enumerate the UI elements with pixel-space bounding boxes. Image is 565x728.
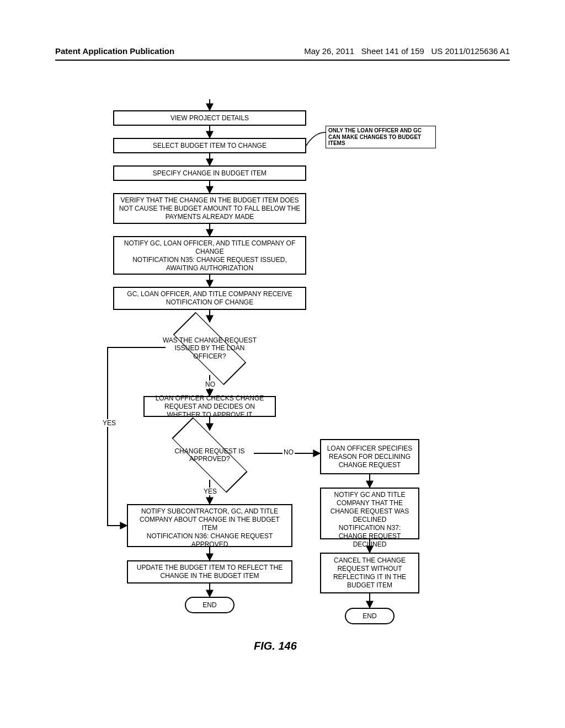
label-yes-d2: YES xyxy=(202,488,218,495)
header-sheet: Sheet 141 of 159 xyxy=(361,46,424,56)
box-notify-declined-n37: NOTIFY GC AND TITLE COMPANY THAT THE CHA… xyxy=(320,488,419,539)
label-yes-d1: YES xyxy=(102,419,117,427)
header-left: Patent Application Publication xyxy=(55,46,174,56)
box-officer-checks-request: LOAN OFFICER CHECKS CHANGE REQUEST AND D… xyxy=(143,396,276,417)
box-notify-change-line1: NOTIFY GC, LOAN OFFICER, AND TITLE COMPA… xyxy=(118,239,302,256)
box-view-project-details: VIEW PROJECT DETAILS xyxy=(113,110,306,126)
box-notify-approved-line1: NOTIFY SUBCONTRACTOR, GC, AND TITLE COMP… xyxy=(131,507,288,532)
box-notify-change-line2: NOTIFICATION N35: CHANGE REQUEST ISSUED,… xyxy=(118,256,302,272)
terminator-end-left: END xyxy=(185,597,234,613)
box-notify-approved-line2: NOTIFICATION N36: CHANGE REQUEST APPROVE… xyxy=(131,532,288,549)
side-note: ONLY THE LOAN OFFICER AND GC CAN MAKE CH… xyxy=(326,126,436,148)
box-notify-change-n35: NOTIFY GC, LOAN OFFICER, AND TITLE COMPA… xyxy=(113,236,306,275)
label-no-d2: NO xyxy=(282,448,295,456)
terminator-end-right: END xyxy=(345,608,395,624)
header-right: May 26, 2011 Sheet 141 of 159 US 2011/01… xyxy=(304,46,510,56)
header-pubno: US 2011/0125636 A1 xyxy=(431,46,510,56)
box-notify-approved-n36: NOTIFY SUBCONTRACTOR, GC, AND TITLE COMP… xyxy=(127,504,292,547)
box-verify-change: VERIFY THAT THE CHANGE IN THE BUDGET ITE… xyxy=(113,193,306,224)
box-select-budget-item: SELECT BUDGET ITEM TO CHANGE xyxy=(113,138,306,153)
box-cancel-change-request: CANCEL THE CHANGE REQUEST WITHOUT REFLEC… xyxy=(320,553,419,593)
header-rule xyxy=(55,60,510,61)
box-receive-notification: GC, LOAN OFFICER, AND TITLE COMPANY RECE… xyxy=(113,287,306,310)
flowchart-canvas: ONLY THE LOAN OFFICER AND GC CAN MAKE CH… xyxy=(55,83,510,689)
decision-change-approved: CHANGE REQUEST IS APPROVED? xyxy=(171,430,248,480)
figure-caption: FIG. 146 xyxy=(254,640,297,652)
box-update-budget-item: UPDATE THE BUDGET ITEM TO REFLECT THE CH… xyxy=(127,560,292,584)
box-notify-declined-line1: NOTIFY GC AND TITLE COMPANY THAT THE CHA… xyxy=(324,491,415,524)
label-no-d1: NO xyxy=(204,381,216,388)
page-header: Patent Application Publication May 26, 2… xyxy=(55,46,510,56)
box-specify-decline-reason: LOAN OFFICER SPECIFIES REASON FOR DECLIN… xyxy=(320,439,419,474)
header-date: May 26, 2011 xyxy=(304,46,354,56)
box-notify-declined-line2: NOTIFICATION N37: CHANGE REQUEST DECLINE… xyxy=(324,524,415,549)
box-specify-change: SPECIFY CHANGE IN BUDGET ITEM xyxy=(113,165,306,181)
decision-issued-by-loan-officer: WAS THE CHANGE REQUEST ISSUED BY THE LOA… xyxy=(174,322,246,375)
